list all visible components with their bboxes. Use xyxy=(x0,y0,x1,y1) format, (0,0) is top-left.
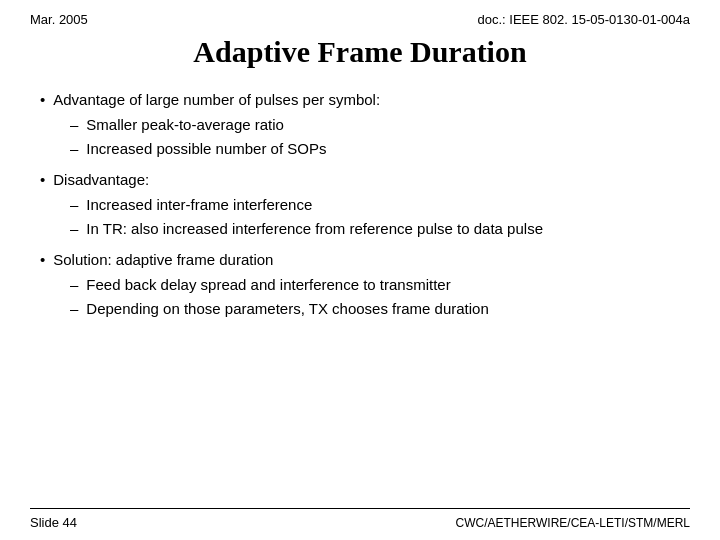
sub-text-1-1: Smaller peak-to-average ratio xyxy=(86,114,284,135)
sub-text-1-2: Increased possible number of SOPs xyxy=(86,138,326,159)
bullet-item-3: • Solution: adaptive frame duration – Fe… xyxy=(40,249,680,319)
bullet-dot-1: • xyxy=(40,89,45,110)
sub-dash-2-2: – xyxy=(70,218,78,239)
sub-bullets-3: – Feed back delay spread and interferenc… xyxy=(70,274,680,319)
sub-bullets-2: – Increased inter-frame interference – I… xyxy=(70,194,680,239)
sub-dash-3-2: – xyxy=(70,298,78,319)
slide-header: Mar. 2005 doc.: IEEE 802. 15-05-0130-01-… xyxy=(30,12,690,27)
sub-bullet-3-2: – Depending on those parameters, TX choo… xyxy=(70,298,680,319)
bullet-item-1: • Advantage of large number of pulses pe… xyxy=(40,89,680,159)
sub-bullet-1-2: – Increased possible number of SOPs xyxy=(70,138,680,159)
sub-text-2-1: Increased inter-frame interference xyxy=(86,194,312,215)
bullet-main-1: • Advantage of large number of pulses pe… xyxy=(40,89,680,110)
bullet-main-2: • Disadvantage: xyxy=(40,169,680,190)
sub-dash-3-1: – xyxy=(70,274,78,295)
bullet-text-3: Solution: adaptive frame duration xyxy=(53,249,273,270)
sub-text-3-2: Depending on those parameters, TX choose… xyxy=(86,298,488,319)
bullet-dot-3: • xyxy=(40,249,45,270)
slide: Mar. 2005 doc.: IEEE 802. 15-05-0130-01-… xyxy=(0,0,720,540)
sub-dash-1-2: – xyxy=(70,138,78,159)
footer-organization: CWC/AETHERWIRE/CEA-LETI/STM/MERL xyxy=(456,516,690,530)
sub-bullet-1-1: – Smaller peak-to-average ratio xyxy=(70,114,680,135)
sub-dash-2-1: – xyxy=(70,194,78,215)
slide-content: • Advantage of large number of pulses pe… xyxy=(30,89,690,498)
bullet-dot-2: • xyxy=(40,169,45,190)
sub-bullet-2-1: – Increased inter-frame interference xyxy=(70,194,680,215)
header-doc: doc.: IEEE 802. 15-05-0130-01-004a xyxy=(478,12,690,27)
bullet-item-2: • Disadvantage: – Increased inter-frame … xyxy=(40,169,680,239)
slide-footer: Slide 44 CWC/AETHERWIRE/CEA-LETI/STM/MER… xyxy=(30,508,690,530)
sub-dash-1-1: – xyxy=(70,114,78,135)
sub-bullets-1: – Smaller peak-to-average ratio – Increa… xyxy=(70,114,680,159)
sub-bullet-2-2: – In TR: also increased interference fro… xyxy=(70,218,680,239)
sub-text-3-1: Feed back delay spread and interference … xyxy=(86,274,450,295)
header-date: Mar. 2005 xyxy=(30,12,88,27)
footer-slide-number: Slide 44 xyxy=(30,515,77,530)
sub-bullet-3-1: – Feed back delay spread and interferenc… xyxy=(70,274,680,295)
slide-title: Adaptive Frame Duration xyxy=(30,35,690,69)
bullet-text-2: Disadvantage: xyxy=(53,169,149,190)
bullet-text-1: Advantage of large number of pulses per … xyxy=(53,89,380,110)
bullet-main-3: • Solution: adaptive frame duration xyxy=(40,249,680,270)
sub-text-2-2: In TR: also increased interference from … xyxy=(86,218,543,239)
